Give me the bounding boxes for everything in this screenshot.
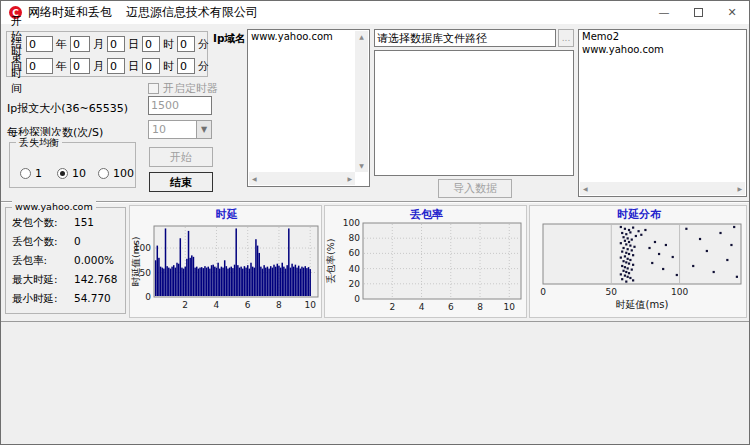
- timer-checkbox-row[interactable]: 开启定时器: [148, 81, 218, 96]
- svg-text:2: 2: [182, 300, 188, 310]
- stats-host: www.yahoo.com: [12, 201, 96, 212]
- browse-button[interactable]: ...: [558, 29, 574, 47]
- vertical-scrollbar[interactable]: ▲ ▼: [355, 31, 368, 172]
- radio-option-100[interactable]: 100: [98, 167, 134, 180]
- radio-icon-1[interactable]: [20, 168, 31, 179]
- packet-size-label: Ip报文大小(36~65535): [7, 101, 128, 116]
- unit-month: 月: [93, 37, 104, 52]
- loss-balance-groupbox: 丢失均衡 1 10 100: [9, 142, 136, 188]
- svg-text:8: 8: [276, 300, 282, 310]
- svg-text:10: 10: [504, 302, 516, 312]
- end-day-field[interactable]: [107, 58, 125, 74]
- stat-lost: 丢包个数:0: [12, 235, 122, 249]
- end-minute-field[interactable]: [177, 58, 195, 74]
- scroll-left-icon[interactable]: ◀: [580, 183, 591, 195]
- unit-day: 日: [128, 37, 139, 52]
- start-minute-field[interactable]: [177, 36, 195, 52]
- memo-horizontal-scrollbar[interactable]: ◀ ▶: [580, 182, 745, 195]
- probe-rate-select[interactable]: 10 ▼: [148, 120, 212, 139]
- unit-day2: 日: [128, 59, 139, 74]
- latency-chart: 时延050100246810时延值(ms): [129, 205, 322, 318]
- stats-groupbox: www.yahoo.com 发包个数:151 丢包个数:0 丢包率:0.000%…: [5, 207, 126, 314]
- db-path-field[interactable]: [374, 29, 556, 47]
- stat-loss-rate: 丢包率:0.000%: [12, 254, 122, 268]
- title-bar: C 网络时延和丢包 迈思源信息技术有限公司 — ✕: [1, 1, 749, 24]
- svg-text:10: 10: [304, 300, 316, 310]
- radio-icon-10[interactable]: [57, 168, 68, 179]
- maximize-icon[interactable]: [681, 1, 715, 24]
- svg-text:50: 50: [140, 268, 152, 278]
- svg-text:丢包率(%): 丢包率(%): [325, 239, 336, 284]
- svg-text:20: 20: [349, 279, 361, 289]
- import-data-button[interactable]: 导入数据: [438, 179, 512, 198]
- start-day-field[interactable]: [107, 36, 125, 52]
- stat-min-delay: 最小时延:54.770: [12, 292, 122, 306]
- bottom-panel: [1, 321, 749, 443]
- stat-sent: 发包个数:151: [12, 216, 122, 230]
- scroll-up-icon[interactable]: ▲: [356, 31, 367, 43]
- svg-text:60: 60: [349, 248, 361, 258]
- unit-hour: 时: [163, 37, 174, 52]
- start-hour-field[interactable]: [142, 36, 160, 52]
- radio-icon-100[interactable]: [98, 168, 109, 179]
- end-month-field[interactable]: [70, 58, 90, 74]
- svg-text:时延: 时延: [216, 208, 238, 221]
- window-company: 迈思源信息技术有限公司: [126, 4, 258, 21]
- window-title: 网络时延和丢包: [28, 4, 112, 21]
- radio-label-1: 1: [35, 167, 42, 180]
- loss-rate-chart: 丢包率020406080100246810丢包率(%): [324, 205, 527, 318]
- svg-text:6: 6: [245, 300, 251, 310]
- svg-text:4: 4: [419, 302, 425, 312]
- svg-text:6: 6: [448, 302, 454, 312]
- svg-text:丢包率: 丢包率: [409, 208, 443, 221]
- svg-text:时延分布: 时延分布: [617, 208, 662, 221]
- unit-year2: 年: [56, 59, 67, 74]
- list-item[interactable]: www.yahoo.com: [248, 30, 369, 43]
- timer-checkbox-label: 开启定时器: [163, 82, 218, 95]
- svg-text:50: 50: [606, 287, 618, 297]
- minimize-icon[interactable]: —: [647, 1, 681, 24]
- unit-month2: 月: [93, 59, 104, 74]
- svg-text:2: 2: [389, 302, 395, 312]
- radio-option-10[interactable]: 10: [57, 167, 86, 180]
- end-time-row: 结束时间 年 月 日 时 分: [7, 56, 207, 76]
- close-icon[interactable]: ✕: [715, 1, 749, 24]
- ip-domain-label: Ip域名: [213, 32, 245, 46]
- probe-rate-value: 10: [149, 123, 196, 136]
- latency-distribution-chart: 时延分布050100时延值(ms): [529, 205, 747, 318]
- svg-text:0: 0: [540, 287, 546, 297]
- svg-text:8: 8: [477, 302, 483, 312]
- svg-text:0: 0: [145, 292, 151, 302]
- app-window: C 网络时延和丢包 迈思源信息技术有限公司 — ✕ 开始时间 年 月 日 时 分: [0, 0, 750, 445]
- svg-text:100: 100: [343, 218, 360, 228]
- stop-button[interactable]: 结束: [149, 172, 213, 192]
- scroll-right-icon[interactable]: ▶: [344, 173, 355, 185]
- loss-balance-caption: 丢失均衡: [16, 136, 62, 150]
- end-hour-field[interactable]: [142, 58, 160, 74]
- end-year-field[interactable]: [26, 58, 53, 74]
- stat-max-delay: 最大时延:142.768: [12, 273, 122, 287]
- svg-text:0: 0: [354, 294, 360, 304]
- start-button[interactable]: 开始: [149, 147, 213, 167]
- time-groupbox: 开始时间 年 月 日 时 分 结束时间 年 月 日: [6, 31, 208, 77]
- packet-size-field[interactable]: [148, 96, 212, 115]
- chevron-down-icon[interactable]: ▼: [196, 121, 211, 138]
- timer-checkbox[interactable]: [148, 83, 159, 94]
- scroll-down-icon[interactable]: ▼: [356, 160, 367, 172]
- db-data-listbox[interactable]: [374, 50, 574, 176]
- chart-svg: 丢包率020406080100246810丢包率(%): [325, 206, 528, 319]
- unit-year: 年: [56, 37, 67, 52]
- radio-option-1[interactable]: 1: [20, 167, 42, 180]
- chart-svg: 时延分布050100时延值(ms): [530, 206, 748, 319]
- horizontal-scrollbar[interactable]: ◀ ▶: [249, 172, 355, 185]
- scroll-left-icon[interactable]: ◀: [249, 173, 260, 185]
- memo-line: www.yahoo.com: [579, 43, 746, 56]
- scroll-right-icon[interactable]: ▶: [734, 183, 745, 195]
- start-year-field[interactable]: [26, 36, 53, 52]
- ip-domain-listbox[interactable]: www.yahoo.com ▲ ▼ ◀ ▶: [247, 29, 370, 187]
- svg-text:80: 80: [349, 233, 361, 243]
- unit-minute: 分: [198, 37, 209, 52]
- start-month-field[interactable]: [70, 36, 90, 52]
- memo-box[interactable]: Memo2 www.yahoo.com ◀ ▶: [578, 29, 747, 197]
- section-divider: [1, 201, 750, 203]
